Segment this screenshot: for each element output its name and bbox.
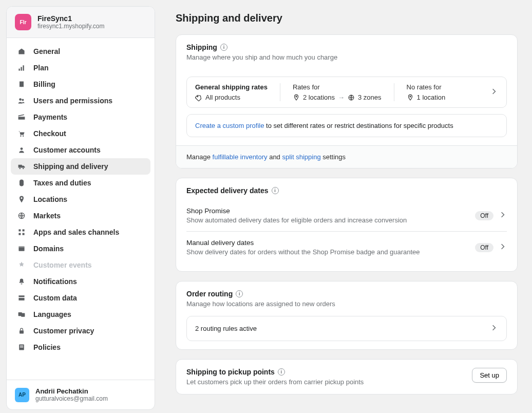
svg-rect-22 bbox=[20, 330, 24, 333]
sidebar-item-languages[interactable]: Languages bbox=[11, 306, 150, 323]
svg-point-8 bbox=[20, 168, 21, 169]
sidebar-item-label: Billing bbox=[33, 80, 55, 88]
sidebar-item-taxes-and-duties[interactable]: Taxes and duties bbox=[11, 175, 150, 191]
general-shipping-rates-row[interactable]: General shipping rates All products Rate… bbox=[186, 77, 507, 108]
privacy-icon bbox=[17, 326, 26, 335]
svg-point-27 bbox=[296, 96, 297, 97]
sidebar-item-label: Customer privacy bbox=[33, 327, 94, 335]
settings-nav: GeneralPlanBillingUsers and permissionsP… bbox=[7, 38, 155, 380]
taxes-icon bbox=[17, 178, 26, 187]
location-pin-icon bbox=[407, 94, 414, 101]
sidebar-item-label: Plan bbox=[33, 64, 49, 72]
billing-icon bbox=[17, 80, 26, 89]
svg-point-3 bbox=[19, 98, 22, 101]
shipping-title: Shipping bbox=[186, 43, 217, 51]
shop-promise-row[interactable]: Shop Promise Show automated delivery dat… bbox=[186, 200, 507, 231]
all-products-text: All products bbox=[205, 93, 240, 101]
sidebar-item-label: Customer accounts bbox=[33, 146, 101, 154]
sidebar-item-markets[interactable]: Markets bbox=[11, 208, 150, 224]
svg-rect-24 bbox=[20, 346, 23, 346]
sidebar-item-label: Shipping and delivery bbox=[33, 162, 108, 171]
svg-rect-13 bbox=[23, 229, 25, 231]
sidebar-item-payments[interactable]: Payments bbox=[11, 109, 150, 125]
sidebar-item-apps-and-sales-channels[interactable]: Apps and sales channels bbox=[11, 224, 150, 240]
expected-title: Expected delivery dates bbox=[186, 186, 269, 195]
sidebar-item-customer-privacy[interactable]: Customer privacy bbox=[11, 323, 150, 339]
no-rates-locations: 1 location bbox=[417, 93, 446, 101]
zones-count: 3 zones bbox=[358, 93, 382, 101]
info-icon[interactable]: i bbox=[278, 368, 285, 376]
create-custom-profile-link[interactable]: Create a custom profile bbox=[195, 122, 264, 129]
no-rates-label: No rates for bbox=[407, 83, 446, 91]
sidebar-item-billing[interactable]: Billing bbox=[11, 76, 150, 92]
fulfillable-inventory-link[interactable]: fulfillable inventory bbox=[213, 153, 268, 161]
svg-rect-15 bbox=[23, 233, 25, 235]
sidebar-item-general[interactable]: General bbox=[11, 43, 150, 60]
languages-icon bbox=[17, 310, 26, 319]
store-badge: Flr bbox=[15, 14, 31, 30]
shipping-card: Shipping i Manage where you ship and how… bbox=[176, 34, 518, 168]
sidebar-item-users-and-permissions[interactable]: Users and permissions bbox=[11, 92, 150, 109]
domains-icon bbox=[17, 244, 26, 253]
svg-rect-1 bbox=[21, 67, 22, 70]
page-title: Shipping and delivery bbox=[176, 12, 518, 24]
sidebar-item-label: Custom data bbox=[33, 294, 77, 302]
info-icon[interactable]: i bbox=[236, 290, 243, 297]
apps-icon bbox=[17, 228, 26, 237]
sidebar-item-customer-accounts[interactable]: Customer accounts bbox=[11, 142, 150, 158]
pickup-points-card: Shipping to pickup points i Let customer… bbox=[176, 359, 518, 395]
plan-icon bbox=[17, 63, 26, 72]
sidebar-item-label: Taxes and duties bbox=[33, 179, 91, 187]
svg-rect-21 bbox=[21, 313, 25, 317]
custom-profile-row: Create a custom profile to set different… bbox=[186, 114, 507, 137]
locations-count: 2 locations bbox=[303, 93, 335, 101]
svg-rect-19 bbox=[18, 298, 24, 301]
sidebar-item-custom-data[interactable]: Custom data bbox=[11, 290, 150, 306]
arrow-right-icon: → bbox=[338, 93, 345, 101]
routing-rules-row[interactable]: 2 routing rules active bbox=[186, 316, 507, 341]
store-domain: firesync1.myshopify.com bbox=[37, 23, 104, 30]
globe-icon bbox=[348, 94, 355, 101]
sidebar-item-policies[interactable]: Policies bbox=[11, 339, 150, 355]
svg-point-29 bbox=[410, 96, 411, 97]
routing-rules-text: 2 routing rules active bbox=[195, 325, 257, 332]
info-icon[interactable]: i bbox=[220, 44, 227, 51]
sidebar-item-label: Apps and sales channels bbox=[33, 228, 119, 236]
sidebar-item-plan[interactable]: Plan bbox=[11, 60, 150, 76]
order-routing-card: Order routing i Manage how locations are… bbox=[176, 281, 518, 350]
chevron-right-icon bbox=[499, 242, 507, 253]
svg-point-7 bbox=[21, 147, 23, 150]
user-name: Andrii Pechatkin bbox=[35, 387, 108, 395]
sidebar-item-locations[interactable]: Locations bbox=[11, 191, 150, 208]
svg-point-9 bbox=[23, 168, 24, 169]
split-shipping-link[interactable]: split shipping bbox=[282, 153, 320, 161]
setup-button[interactable]: Set up bbox=[472, 368, 507, 383]
sidebar-item-label: Payments bbox=[33, 113, 67, 121]
shop-promise-sub: Show automated delivery dates for eligib… bbox=[186, 216, 475, 224]
sidebar-item-domains[interactable]: Domains bbox=[11, 240, 150, 257]
svg-point-10 bbox=[21, 197, 22, 199]
sidebar-item-customer-events: Customer events bbox=[11, 257, 150, 273]
sidebar-item-label: Languages bbox=[33, 310, 71, 318]
svg-rect-18 bbox=[18, 295, 24, 297]
sidebar-item-label: Checkout bbox=[33, 129, 66, 138]
sidebar-item-checkout[interactable]: Checkout bbox=[11, 125, 150, 142]
user-email: gutturalvoices@gmail.com bbox=[35, 395, 108, 402]
svg-point-5 bbox=[20, 136, 21, 137]
sidebar-item-label: Markets bbox=[33, 212, 61, 220]
svg-rect-25 bbox=[20, 347, 23, 347]
info-icon[interactable]: i bbox=[272, 187, 279, 194]
sidebar-item-label: Customer events bbox=[33, 261, 92, 269]
store-name: FireSync1 bbox=[37, 14, 104, 23]
manual-delivery-row[interactable]: Manual delivery dates Show delivery date… bbox=[186, 231, 507, 263]
user-footer[interactable]: AP Andrii Pechatkin gutturalvoices@gmail… bbox=[7, 380, 155, 409]
manual-delivery-status-badge: Off bbox=[475, 243, 493, 252]
routing-subtitle: Manage how locations are assigned to new… bbox=[186, 300, 507, 308]
locations-icon bbox=[17, 195, 26, 204]
shipping-subtitle: Manage where you ship and how much you c… bbox=[186, 53, 507, 61]
sidebar-item-notifications[interactable]: Notifications bbox=[11, 273, 150, 290]
store-header[interactable]: Flr FireSync1 firesync1.myshopify.com bbox=[7, 7, 155, 38]
sidebar-item-shipping-and-delivery[interactable]: Shipping and delivery bbox=[11, 158, 150, 175]
rates-for-label: Rates for bbox=[293, 83, 382, 91]
sidebar-item-label: Users and permissions bbox=[33, 97, 112, 105]
